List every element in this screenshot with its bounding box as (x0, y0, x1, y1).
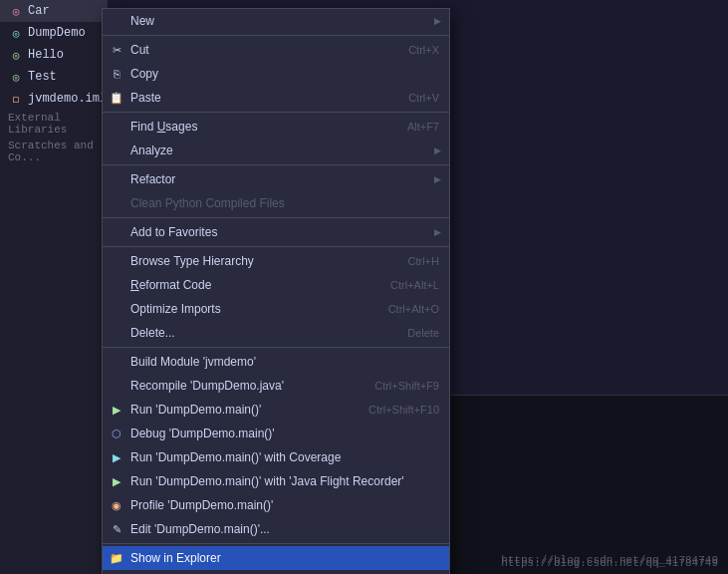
menu-item-edit-config-label: Edit 'DumpDemo.main()'... (130, 522, 270, 536)
menu-item-find-usages[interactable]: Find Usages Alt+F7 (103, 115, 449, 139)
menu-item-find-usages-label: Find Usages (130, 120, 197, 134)
menu-item-edit-config[interactable]: ✎ Edit 'DumpDemo.main()'... (103, 517, 449, 541)
context-menu: New ✂ Cut Ctrl+X ⎘ Copy 📋 Paste Ctrl+V F… (102, 8, 450, 574)
menu-item-reformat[interactable]: Reformat Code Ctrl+Alt+L (103, 273, 449, 297)
menu-item-delete-label: Delete... (130, 326, 175, 340)
menu-item-optimize-label: Optimize Imports (130, 302, 221, 316)
menu-item-recompile-shortcut: Ctrl+Shift+F9 (355, 380, 439, 392)
external-libraries-label: External Libraries (0, 110, 107, 138)
menu-item-new-label: New (130, 14, 154, 28)
profile-icon: ◉ (109, 497, 124, 513)
run-jfr-icon: ▶ (109, 473, 124, 489)
menu-item-cut-label: Cut (130, 43, 149, 57)
menu-item-clean-python: Clean Python Compiled Files (103, 191, 449, 215)
menu-separator-2 (103, 112, 449, 113)
menu-item-browse-shortcut: Ctrl+H (388, 255, 439, 267)
menu-item-add-favorites-label: Add to Favorites (130, 225, 217, 239)
panel-item-iml-label: jvmdemo.iml (28, 92, 107, 106)
panel-item-dumpdemo[interactable]: ◎ DumpDemo (0, 22, 107, 44)
menu-item-file-path[interactable]: File Path Ctrl+Alt+F12 (103, 570, 449, 574)
menu-item-clean-label: Clean Python Compiled Files (130, 196, 285, 210)
menu-item-recompile-label: Recompile 'DumpDemo.java' (130, 379, 284, 393)
menu-item-reformat-shortcut: Ctrl+Alt+L (370, 279, 439, 291)
menu-item-build-module[interactable]: Build Module 'jvmdemo' (103, 350, 449, 374)
panel-item-iml[interactable]: ◻ jvmdemo.iml (0, 88, 107, 110)
cut-icon: ✂ (109, 42, 124, 58)
paste-icon: 📋 (109, 90, 124, 106)
run-icon: ▶ (109, 402, 124, 418)
menu-item-analyze-label: Analyze (130, 144, 173, 157)
coverage-icon: ▶ (109, 449, 124, 465)
menu-item-paste[interactable]: 📋 Paste Ctrl+V (103, 86, 449, 110)
menu-item-run-coverage-label: Run 'DumpDemo.main()' with Coverage (130, 450, 341, 464)
menu-item-browse-label: Browse Type Hierarchy (130, 254, 254, 268)
menu-item-show-explorer[interactable]: 📁 Show in Explorer (103, 546, 449, 570)
panel-item-car-label: Car (28, 4, 50, 18)
edit-config-icon: ✎ (109, 521, 124, 537)
panel-item-hello-label: Hello (28, 48, 64, 62)
menu-item-find-shortcut: Alt+F7 (387, 121, 439, 133)
menu-item-refactor[interactable]: Refactor (103, 167, 449, 191)
menu-separator-4 (103, 217, 449, 218)
panel-item-car[interactable]: ◎ Car (0, 0, 107, 22)
menu-item-paste-shortcut: Ctrl+V (388, 92, 439, 104)
menu-item-run-coverage[interactable]: ▶ Run 'DumpDemo.main()' with Coverage (103, 445, 449, 469)
menu-item-run-jfr-label: Run 'DumpDemo.main()' with 'Java Flight … (130, 474, 404, 488)
debug-icon: ⬡ (109, 426, 124, 441)
menu-separator-5 (103, 246, 449, 247)
car-icon: ◎ (8, 3, 24, 19)
menu-item-optimize-imports[interactable]: Optimize Imports Ctrl+Alt+O (103, 297, 449, 321)
menu-item-browse-hierarchy[interactable]: Browse Type Hierarchy Ctrl+H (103, 249, 449, 273)
menu-item-cut-shortcut: Ctrl+X (388, 44, 439, 56)
panel-item-test[interactable]: ◎ Test (0, 66, 107, 88)
menu-item-profile-label: Profile 'DumpDemo.main()' (130, 498, 273, 512)
menu-item-cut[interactable]: ✂ Cut Ctrl+X (103, 38, 449, 62)
scratches-label: Scratches and Co... (0, 138, 107, 165)
menu-item-optimize-shortcut: Ctrl+Alt+O (368, 303, 439, 315)
menu-separator-3 (103, 164, 449, 165)
menu-item-copy[interactable]: ⎘ Copy (103, 62, 449, 86)
menu-item-run-jfr[interactable]: ▶ Run 'DumpDemo.main()' with 'Java Fligh… (103, 469, 449, 493)
menu-item-debug[interactable]: ⬡ Debug 'DumpDemo.main()' (103, 422, 449, 445)
menu-item-add-favorites[interactable]: Add to Favorites (103, 220, 449, 244)
explorer-icon: 📁 (109, 550, 124, 566)
menu-item-delete-shortcut: Delete (387, 327, 439, 339)
menu-item-run-shortcut: Ctrl+Shift+F10 (349, 404, 439, 416)
iml-icon: ◻ (8, 91, 24, 107)
menu-item-new[interactable]: New (103, 9, 449, 33)
menu-item-show-explorer-label: Show in Explorer (130, 551, 221, 565)
menu-item-run-label: Run 'DumpDemo.main()' (130, 403, 261, 417)
menu-separator-1 (103, 35, 449, 36)
menu-separator-6 (103, 347, 449, 348)
panel-item-dumpdemo-label: DumpDemo (28, 26, 86, 40)
menu-item-analyze[interactable]: Analyze (103, 139, 449, 162)
copy-icon: ⎘ (109, 66, 124, 82)
dumpdemo-icon: ◎ (8, 25, 24, 41)
menu-item-reformat-label: Reformat Code (130, 278, 211, 292)
menu-item-recompile[interactable]: Recompile 'DumpDemo.java' Ctrl+Shift+F9 (103, 374, 449, 398)
panel-item-test-label: Test (28, 70, 57, 84)
menu-item-profile[interactable]: ◉ Profile 'DumpDemo.main()' (103, 493, 449, 517)
menu-separator-7 (103, 543, 449, 544)
menu-item-delete[interactable]: Delete... Delete (103, 321, 449, 345)
menu-item-copy-label: Copy (130, 67, 158, 81)
panel-item-hello[interactable]: ◎ Hello (0, 44, 107, 66)
test-icon: ◎ (8, 69, 24, 85)
project-panel: ◎ Car ◎ DumpDemo ◎ Hello ◎ Test ◻ jvmdem… (0, 0, 108, 574)
url-badge: https://blog.csdn.net/qq_41784749 (501, 554, 718, 566)
menu-item-run[interactable]: ▶ Run 'DumpDemo.main()' Ctrl+Shift+F10 (103, 398, 449, 422)
hello-icon: ◎ (8, 47, 24, 63)
menu-item-build-label: Build Module 'jvmdemo' (130, 355, 256, 369)
menu-item-debug-label: Debug 'DumpDemo.main()' (130, 427, 275, 440)
menu-item-refactor-label: Refactor (130, 172, 175, 186)
menu-item-paste-label: Paste (130, 91, 161, 105)
